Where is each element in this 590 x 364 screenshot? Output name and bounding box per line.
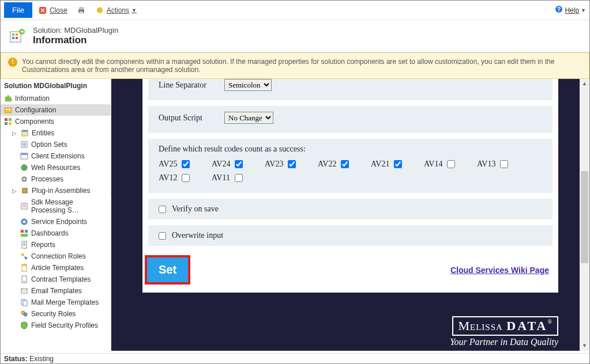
sidebar-configuration[interactable]: Configuration: [1, 104, 111, 116]
overwrite-label: Overwrite input: [172, 231, 223, 240]
actions-menu[interactable]: Actions ▼: [95, 6, 137, 15]
code-checkbox-AV21[interactable]: [394, 160, 402, 168]
sidebar-information[interactable]: Information: [1, 93, 111, 104]
tree-client-ext[interactable]: Client Extensions: [1, 150, 111, 162]
email-icon: [20, 287, 28, 295]
print-icon: [77, 6, 86, 15]
tree-reports[interactable]: Reports: [1, 239, 111, 251]
tree-article-tpl[interactable]: Article Templates: [1, 262, 111, 274]
scroll-up-arrow[interactable]: ▲: [580, 79, 589, 89]
article-icon: [20, 264, 28, 272]
steps-icon: [20, 202, 28, 210]
security-icon: [20, 310, 28, 318]
code-label: AV11: [212, 173, 230, 183]
solution-icon: [9, 28, 26, 45]
warning-text: You cannot directly edit the components …: [22, 58, 582, 74]
svg-rect-10: [12, 37, 14, 39]
entity-icon: [21, 129, 29, 137]
sidebar-components[interactable]: Components: [1, 116, 111, 127]
tree-conn-roles[interactable]: Connection Roles: [1, 251, 111, 262]
svg-line-46: [23, 255, 25, 257]
vertical-scrollbar[interactable]: ▲ ▼: [580, 79, 589, 351]
set-button[interactable]: Set: [145, 255, 190, 285]
expand-icon[interactable]: ▷: [12, 130, 18, 136]
expand-icon[interactable]: ▷: [12, 188, 18, 194]
code-label: AV14: [424, 160, 442, 169]
svg-rect-37: [21, 230, 24, 233]
contract-icon: [20, 275, 28, 283]
line-sep-select[interactable]: Semicolon: [224, 79, 272, 91]
tree-email-tpl[interactable]: Email Templates: [1, 285, 111, 297]
svg-rect-18: [5, 122, 7, 125]
warning-banner: ! You cannot directly edit the component…: [1, 52, 589, 79]
code-label: AV24: [212, 160, 230, 169]
chevron-down-icon: ▼: [131, 7, 137, 13]
code-checkbox-AV24[interactable]: [235, 160, 243, 168]
help-menu[interactable]: ? Help ▼: [555, 5, 586, 15]
toolbar: File Close Actions ▼ ? Help ▼: [1, 1, 589, 20]
code-checkbox-AV11[interactable]: [235, 174, 243, 182]
code-checkbox-AV23[interactable]: [288, 160, 296, 168]
tree-plugin-asm[interactable]: ▷Plug-in Assemblies: [1, 185, 111, 196]
code-AV14: AV14: [424, 160, 477, 169]
verify-label: Verify on save: [172, 204, 219, 214]
puzzle-icon: [4, 94, 12, 103]
verify-row[interactable]: Verify on save: [159, 204, 542, 214]
overwrite-checkbox[interactable]: [159, 232, 166, 240]
svg-point-36: [23, 221, 25, 223]
tree-sec-roles[interactable]: Security Roles: [1, 308, 111, 320]
tree-field-sec[interactable]: Field Security Profiles: [1, 320, 111, 331]
file-menu[interactable]: File: [4, 2, 32, 18]
code-checkbox-AV14[interactable]: [447, 160, 455, 168]
svg-rect-52: [23, 301, 27, 306]
svg-rect-17: [9, 118, 12, 121]
tree-option-sets[interactable]: Option Sets: [1, 139, 111, 150]
scroll-down-arrow[interactable]: ▼: [580, 341, 589, 351]
code-checkbox-AV25[interactable]: [182, 160, 190, 168]
code-AV13: AV13: [477, 160, 530, 169]
code-checkbox-AV22[interactable]: [341, 160, 349, 168]
print-button[interactable]: [77, 6, 86, 15]
tree-entities[interactable]: ▷Entities: [1, 127, 111, 139]
svg-rect-40: [22, 241, 27, 248]
code-AV25: AV25: [159, 160, 212, 169]
close-button[interactable]: Close: [38, 6, 67, 15]
svg-rect-38: [25, 230, 28, 233]
components-icon: [4, 117, 12, 126]
svg-rect-21: [22, 130, 28, 132]
code-checkbox-AV12[interactable]: [182, 174, 190, 182]
tree-contract-tpl[interactable]: Contract Templates: [1, 274, 111, 285]
tree-processes[interactable]: Processes: [1, 173, 111, 185]
tree-svc-ep[interactable]: Service Endpoints: [1, 216, 111, 227]
actions-label: Actions: [107, 6, 129, 14]
page-title: Information: [33, 35, 118, 46]
gear-icon: [20, 175, 28, 183]
wiki-link[interactable]: Cloud Services Wiki Page: [450, 266, 549, 275]
chevron-down-icon: ▼: [581, 7, 586, 13]
scroll-thumb[interactable]: [581, 171, 588, 263]
sidebar-header: Solution MDGlobalPlugin: [1, 79, 111, 93]
overwrite-row[interactable]: Overwrite input: [159, 231, 542, 240]
tree-web-res[interactable]: Web Resources: [1, 162, 111, 173]
svg-rect-39: [21, 234, 28, 237]
close-icon: [38, 6, 47, 15]
svg-point-30: [24, 179, 25, 180]
tree-mailmerge-tpl[interactable]: Mail Merge Templates: [1, 297, 111, 308]
svg-rect-32: [21, 203, 27, 209]
verify-checkbox[interactable]: [159, 206, 166, 213]
svg-rect-31: [22, 188, 27, 193]
status-bar: Status: Existing: [1, 353, 589, 363]
tree-dash[interactable]: Dashboards: [1, 227, 111, 239]
output-script-select[interactable]: No Change: [224, 112, 273, 124]
tree-sdk[interactable]: Sdk Message Processing S…: [1, 196, 111, 216]
code-AV11: AV11: [212, 173, 265, 183]
brand-logo: Melissa DATA® Your Partner in Data Quali…: [450, 316, 558, 347]
svg-rect-2: [80, 7, 83, 10]
svg-point-54: [24, 313, 27, 316]
code-checkbox-AV13[interactable]: [500, 160, 508, 168]
svg-rect-9: [16, 33, 18, 36]
code-label: AV22: [318, 160, 336, 169]
sidebar: Solution MDGlobalPlugin Information Conf…: [1, 79, 111, 351]
svg-rect-27: [21, 153, 28, 155]
report-icon: [20, 241, 28, 249]
